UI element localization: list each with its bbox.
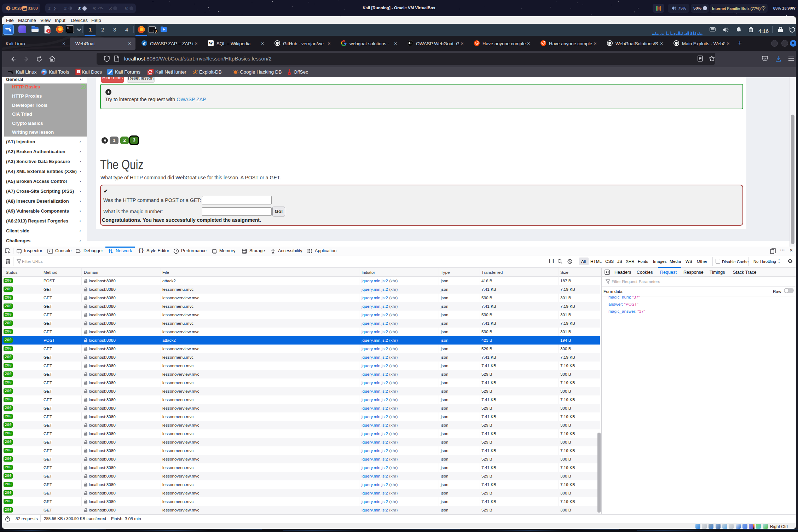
svg-text:⤴: ⤴ (78, 70, 79, 73)
svg-text:11: 11 (42, 72, 44, 74)
